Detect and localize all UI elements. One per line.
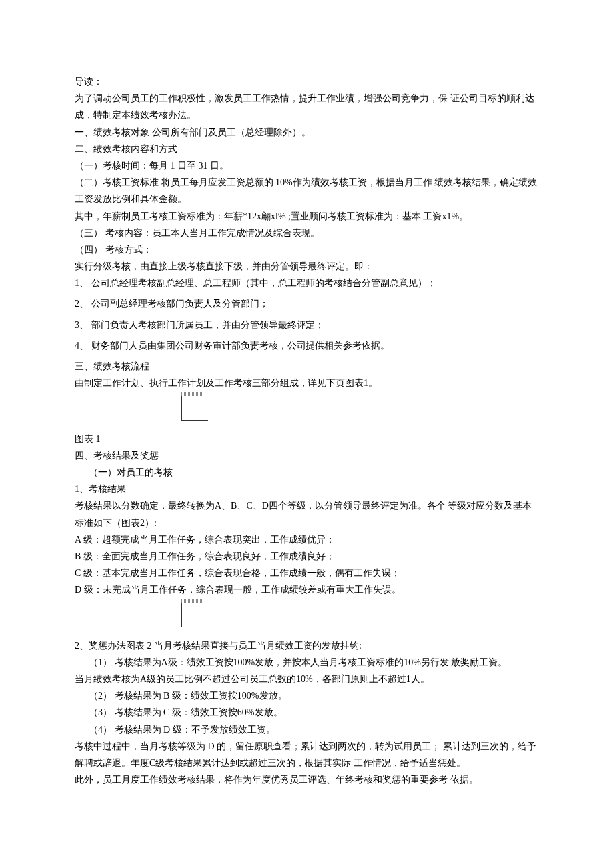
intro-label: 导读：	[75, 73, 538, 90]
sub-2-1: （一）考核时间：每月 1 日至 31 日。	[75, 157, 538, 174]
item-2: 2、 公司副总经理考核部门负责人及分管部门；	[75, 295, 538, 312]
penalty-desc: 考核中过程中，当月考核等级为 D 的，留任原职查看；累计达到两次的，转为试用员工…	[75, 738, 538, 771]
grade-a: A 级：超额完成当月工作任务，综合表现突出，工作成绩优异；	[75, 531, 538, 548]
reward-3: （3） 考核结果为 C 级：绩效工资按60%发放。	[75, 704, 538, 721]
section-2: 二、绩效考核内容和方式	[75, 141, 538, 157]
reward-4: （4） 考核结果为 D 级：不予发放绩效工资。	[75, 721, 538, 738]
grade-b: B 级：全面完成当月工作任务，综合表现良好，工作成绩良好；	[75, 548, 538, 565]
grade-c: C 级：基本完成当月工作任务，综合表现合格，工作成绩一般，偶有工作失误；	[75, 565, 538, 581]
sub-4-1-1: 1、考核结果	[75, 481, 538, 497]
sub-2-2-note: 其中，年薪制员工考核工资标准为：年薪*12x翩xl% ;置业顾问考核工资标准为：…	[75, 208, 538, 225]
reward-1-note: 当月绩效考核为A级的员工比例不超过公司员工总数的10%，各部门原则上不超过1人。	[75, 671, 538, 687]
item-4: 4、 财务部门人员由集团公司财务审计部负责考核，公司提供相关参考依据。	[75, 337, 538, 354]
sub-4-1-2: 2、奖惩办法图表 2 当月考核结果直接与员工当月绩效工资的发放挂钩:	[75, 637, 538, 654]
item-3: 3、 部门负责人考核部门所属员工，并由分管领导最终评定；	[75, 317, 538, 333]
figure-2-placeholder	[181, 599, 208, 627]
intro-text: 为了调动公司员工的工作积极性，激发员工工作热情，提升工作业绩，增强公司竞争力，保…	[75, 90, 538, 123]
sub-4-1: （一）对员工的考核	[75, 464, 538, 481]
figure-1-label: 图表 1	[75, 431, 538, 447]
sub-2-2: （二）考核工资标准 将员工每月应发工资总额的 10%作为绩效考核工资，根据当月工…	[75, 174, 538, 207]
additional-note: 此外，员工月度工作绩效考核结果，将作为年度优秀员工评选、年终考核和奖惩的重要参考…	[75, 771, 538, 788]
section-4: 四、考核结果及奖惩	[75, 447, 538, 464]
section-3-desc: 由制定工作计划、执行工作计划及工作考核三部分组成，详见下页图表1。	[75, 375, 538, 391]
section-1: 一、绩效考核对象 公司所有部门及员工（总经理除外）。	[75, 124, 538, 141]
section-3: 三、绩效考核流程	[75, 358, 538, 375]
item-1: 1、 公司总经理考核副总经理、总工程师（其中，总工程师的考核结合分管副总意见）；	[75, 275, 538, 291]
sub-2-4-desc: 实行分级考核，由直接上级考核直接下级，并由分管领导最终评定。即：	[75, 258, 538, 275]
figure-1-placeholder	[181, 393, 208, 421]
sub-4-1-1-desc: 考核结果以分数确定，最终转换为A、B、C、D四个等级，以分管领导最终评定为准。各…	[75, 497, 538, 531]
sub-2-3: （三） 考核内容：员工本人当月工作完成情况及综合表现。	[75, 225, 538, 241]
grade-d: D 级：未完成当月工作任务，综合表现一般，工作成绩较差或有重大工作失误。	[75, 581, 538, 598]
sub-2-4: （四） 考核方式：	[75, 241, 538, 258]
reward-1: （1） 考核结果为A级：绩效工资按100%发放，并按本人当月考核工资标准的10%…	[75, 654, 538, 671]
reward-2: （2） 考核结果为 B 级：绩效工资按100%发放。	[75, 687, 538, 704]
